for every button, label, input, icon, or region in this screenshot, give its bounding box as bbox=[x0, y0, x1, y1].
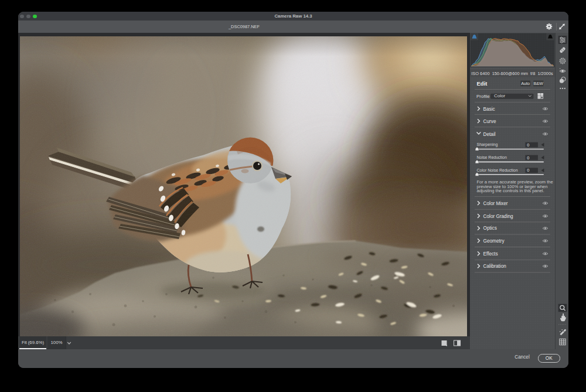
svg-text:Color Grading: Color Grading bbox=[483, 214, 513, 219]
svg-text:Sharpening: Sharpening bbox=[477, 142, 498, 147]
svg-text:Effects: Effects bbox=[483, 251, 498, 257]
svg-text:Noise Reduction: Noise Reduction bbox=[477, 155, 507, 159]
svg-text:Color Mixer: Color Mixer bbox=[483, 201, 508, 206]
svg-text:adjusting the controls in this: adjusting the controls in this panel. bbox=[477, 188, 544, 193]
svg-text:Calibration: Calibration bbox=[483, 264, 507, 269]
svg-text:Color Noise Reduction: Color Noise Reduction bbox=[477, 168, 518, 172]
svg-text:Curve: Curve bbox=[483, 119, 496, 124]
svg-text:Detail: Detail bbox=[483, 132, 496, 137]
svg-text:Optics: Optics bbox=[483, 226, 497, 231]
svg-text:Basic: Basic bbox=[483, 107, 495, 112]
svg-text:Geometry: Geometry bbox=[483, 238, 505, 244]
